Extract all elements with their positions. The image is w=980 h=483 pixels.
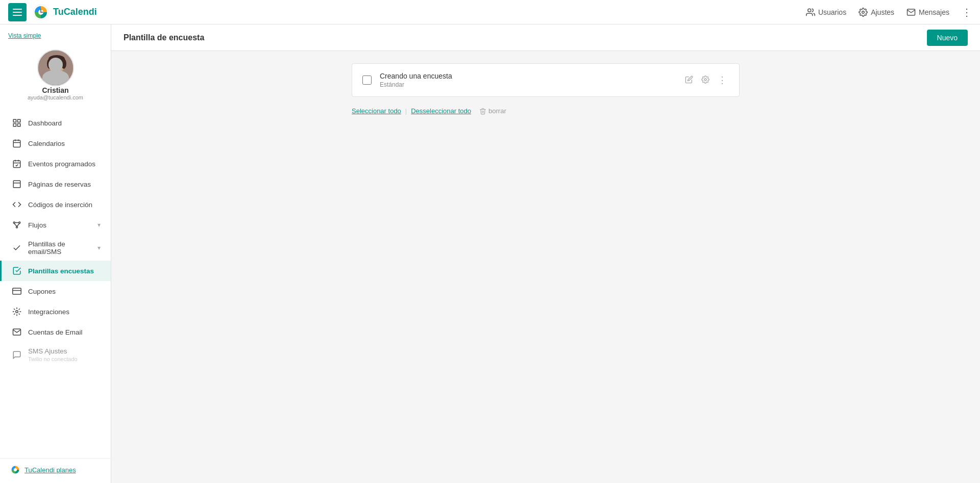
survey-name: Creando una encuesta	[380, 72, 683, 80]
svg-point-30	[19, 222, 20, 223]
main-body: Creando una encuesta Estándar ⋮	[111, 51, 980, 483]
svg-rect-16	[18, 119, 20, 122]
nuevo-button[interactable]: Nuevo	[927, 30, 968, 46]
delete-label: borrar	[488, 107, 506, 115]
mail-accounts-icon	[12, 327, 22, 337]
integrations-icon	[12, 307, 22, 317]
email-template-icon	[12, 243, 22, 253]
avatar	[37, 49, 74, 86]
settings-survey-button[interactable]	[699, 73, 712, 87]
svg-rect-12	[51, 64, 55, 67]
svg-rect-17	[18, 124, 20, 126]
mensajes-label: Mensajes	[919, 8, 949, 16]
sidebar-item-integraciones-label: Integraciones	[28, 308, 101, 316]
edit-icon	[685, 75, 693, 84]
main-content: Plantilla de encuesta Nuevo Creando una …	[111, 24, 980, 483]
usuarios-nav[interactable]: Usuarios	[806, 8, 846, 17]
svg-rect-19	[13, 140, 20, 147]
ajustes-nav[interactable]: Ajustes	[859, 8, 894, 17]
sidebar-item-sms-label: SMS Ajustes Twilio no conectado	[28, 347, 101, 363]
sidebar-item-dashboard-label: Dashboard	[28, 119, 101, 127]
svg-rect-15	[13, 119, 16, 122]
sidebar-item-plantillas-encuestas-label: Plantillas encuestas	[28, 267, 101, 275]
sidebar-item-cuentas-email-label: Cuentas de Email	[28, 328, 101, 336]
code-icon	[12, 199, 22, 210]
plans-icon	[10, 465, 20, 475]
bulk-actions: Seleccionar todo | Desseleccionar todo b…	[352, 103, 740, 119]
survey-checkbox[interactable]	[362, 75, 372, 85]
svg-line-33	[14, 223, 17, 226]
sidebar-item-flujos[interactable]: Flujos ▾	[0, 215, 111, 235]
avatar-image	[38, 50, 74, 86]
mensajes-nav[interactable]: Mensajes	[906, 8, 949, 17]
more-options-button[interactable]: ⋮	[962, 7, 972, 17]
svg-point-9	[48, 55, 65, 63]
sidebar-item-plantillas-email-label: Plantillas de email/SMS	[28, 240, 91, 256]
sidebar-item-eventos-label: Eventos programados	[28, 160, 101, 168]
main-header: Plantilla de encuesta Nuevo	[111, 24, 980, 51]
chevron-down-icon-2: ▾	[97, 244, 101, 251]
sms-icon	[12, 350, 22, 360]
edit-survey-button[interactable]	[683, 73, 695, 87]
sidebar-item-cupones[interactable]: Cupones	[0, 281, 111, 301]
sidebar-item-cupones-label: Cupones	[28, 288, 101, 295]
user-email: ayuda@tucalendi.com	[28, 94, 83, 100]
deselect-all-link[interactable]: Desseleccionar todo	[411, 107, 471, 115]
sidebar-item-codigos[interactable]: Códigos de inserción	[0, 194, 111, 215]
sidebar-item-reservas-label: Páginas de reservas	[28, 181, 101, 188]
sidebar-item-cuentas-email[interactable]: Cuentas de Email	[0, 322, 111, 342]
sidebar-item-sms[interactable]: SMS Ajustes Twilio no conectado	[0, 342, 111, 368]
plans-link[interactable]: TuCalendi planes	[10, 465, 101, 475]
hamburger-button[interactable]	[8, 3, 27, 21]
sidebar-item-plantillas-email[interactable]: Plantillas de email/SMS ▾	[0, 235, 111, 261]
svg-point-40	[704, 79, 706, 81]
logo-area: TuCalendi	[33, 4, 97, 20]
gear-icon	[859, 8, 868, 17]
survey-icon	[12, 266, 22, 276]
sidebar-item-reservas[interactable]: Páginas de reservas	[0, 174, 111, 194]
svg-point-31	[16, 226, 18, 228]
svg-point-4	[808, 9, 811, 12]
plans-label: TuCalendi planes	[24, 466, 76, 474]
dashboard-icon	[12, 118, 22, 128]
users-icon	[806, 8, 815, 17]
sidebar-item-integraciones[interactable]: Integraciones	[0, 301, 111, 322]
trash-icon	[479, 108, 486, 115]
event-icon	[12, 159, 22, 169]
sidebar: Vista simple	[0, 24, 111, 483]
survey-type: Estándar	[380, 81, 683, 88]
sidebar-item-calendarios-label: Calendarios	[28, 140, 101, 147]
calendar-icon	[12, 138, 22, 148]
sidebar-item-calendarios[interactable]: Calendarios	[0, 133, 111, 154]
svg-rect-35	[13, 288, 21, 294]
svg-point-11	[61, 59, 66, 69]
user-profile: Cristian ayuda@tucalendi.com	[8, 45, 103, 109]
more-survey-button[interactable]: ⋮	[716, 73, 729, 87]
vista-simple-link[interactable]: Vista simple	[8, 32, 41, 39]
sidebar-item-eventos[interactable]: Eventos programados	[0, 154, 111, 174]
sidebar-item-dashboard[interactable]: Dashboard	[0, 113, 111, 133]
usuarios-label: Usuarios	[818, 8, 846, 16]
svg-rect-18	[13, 124, 16, 126]
svg-line-34	[17, 223, 19, 226]
page-title: Plantilla de encuesta	[124, 33, 204, 42]
delete-button[interactable]: borrar	[479, 107, 506, 115]
survey-actions: ⋮	[683, 73, 729, 87]
logo-text: TuCalendi	[53, 7, 97, 17]
sidebar-item-plantillas-encuestas[interactable]: Plantillas encuestas	[0, 261, 111, 281]
sidebar-nav: Dashboard Calendarios Eventos programado…	[0, 113, 111, 458]
user-name: Cristian	[42, 86, 68, 94]
select-all-link[interactable]: Seleccionar todo	[352, 107, 401, 115]
topbar: TuCalendi Usuarios Ajustes	[0, 0, 980, 24]
svg-point-10	[47, 59, 52, 69]
ajustes-label: Ajustes	[871, 8, 894, 16]
svg-point-7	[45, 75, 68, 86]
svg-rect-27	[13, 181, 20, 188]
svg-rect-23	[13, 161, 20, 168]
svg-rect-13	[59, 64, 63, 67]
sidebar-bottom: TuCalendi planes	[0, 458, 111, 483]
svg-point-5	[862, 11, 865, 13]
mail-icon	[906, 8, 916, 17]
page-icon	[12, 179, 22, 189]
topbar-right: Usuarios Ajustes Mensajes ⋮	[806, 7, 972, 17]
